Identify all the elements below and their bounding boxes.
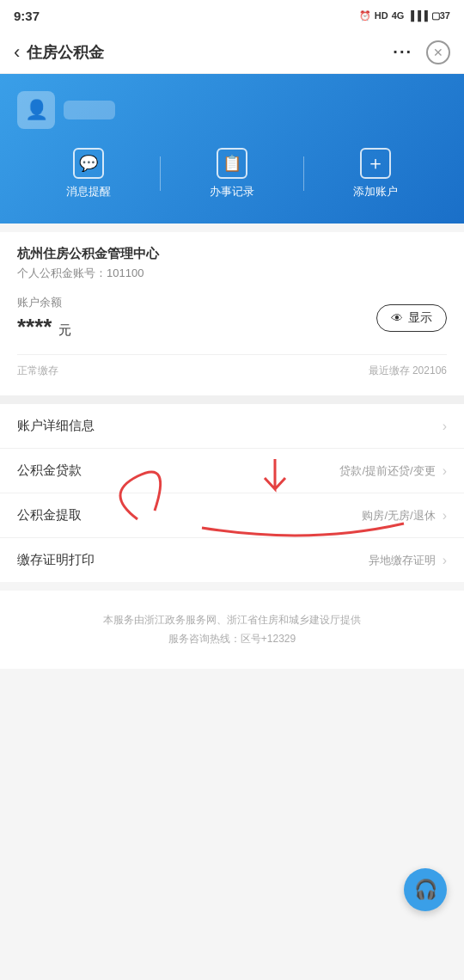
section-divider-1 [0, 395, 464, 404]
message-label: 消息提醒 [66, 184, 111, 199]
menu-item-loan[interactable]: 公积金贷款 贷款/提前还贷/变更 › [0, 449, 464, 493]
header-right: ··· ✕ [393, 40, 450, 64]
banner-action-records[interactable]: 📋 办事记录 [161, 148, 303, 199]
menu-right-withdrawal: 购房/无房/退休 › [362, 508, 447, 524]
message-icon: 💬 [73, 148, 104, 179]
menu-section: 账户详细信息 › 公积金贷款 贷款/提前还贷/变更 › 公积金提取 购房/无房/… [0, 404, 464, 582]
footer: 本服务由浙江政务服务网、浙江省住房和城乡建设厅提供 服务咨询热线：区号+1232… [0, 591, 464, 669]
account-recent: 最近缴存 202106 [369, 364, 447, 378]
page-title: 住房公积金 [27, 42, 104, 63]
signal-icon: ▐▐▐ [407, 10, 427, 21]
account-number: 个人公积金账号：101100 [17, 266, 447, 281]
back-button[interactable]: ‹ [14, 41, 20, 64]
chevron-icon-account-detail: › [443, 419, 447, 434]
banner-action-add-account[interactable]: ＋ 添加账户 [304, 148, 447, 199]
more-button[interactable]: ··· [393, 42, 412, 62]
blue-banner: 👤 💬 消息提醒 📋 办事记录 ＋ 添加账户 [0, 74, 464, 224]
account-number-value: 101100 [107, 266, 143, 279]
status-icons: ⏰ HD 4G ▐▐▐ ▢37 [359, 10, 450, 21]
footer-line1: 本服务由浙江政务服务网、浙江省住房和城乡建设厅提供 [17, 611, 447, 630]
status-time: 9:37 [14, 9, 40, 23]
records-icon: 📋 [217, 148, 247, 179]
menu-label-print: 缴存证明打印 [17, 552, 95, 568]
header: ‹ 住房公积金 ··· ✕ [0, 31, 464, 74]
eye-icon: 👁 [391, 311, 403, 325]
chevron-icon-print: › [443, 553, 447, 568]
account-number-label: 个人公积金账号： [17, 266, 107, 279]
account-balance-left: 账户余额 **** 元 [17, 295, 71, 340]
battery-icon: ▢37 [431, 10, 450, 21]
menu-right-loan: 贷款/提前还贷/变更 › [339, 463, 447, 479]
footer-text: 本服务由浙江政务服务网、浙江省住房和城乡建设厅提供 服务咨询热线：区号+1232… [17, 611, 447, 648]
menu-item-print[interactable]: 缴存证明打印 异地缴存证明 › [0, 538, 464, 582]
add-account-icon: ＋ [360, 148, 391, 179]
records-label: 办事记录 [210, 184, 254, 199]
close-icon: ✕ [433, 46, 443, 59]
menu-item-account-detail[interactable]: 账户详细信息 › [0, 404, 464, 449]
show-balance-button[interactable]: 👁 显示 [376, 304, 447, 332]
account-balance-row: 账户余额 **** 元 👁 显示 [17, 295, 447, 340]
print-right-text: 异地缴存证明 [369, 553, 436, 568]
menu-right-account-detail: › [443, 419, 447, 434]
customer-service-fab[interactable]: 🎧 [404, 868, 447, 911]
headset-icon: 🎧 [414, 879, 437, 901]
header-left: ‹ 住房公积金 [14, 41, 104, 64]
hd-badge: HD [375, 10, 388, 21]
balance-label: 账户余额 [17, 295, 71, 310]
menu-label-withdrawal: 公积金提取 [17, 507, 82, 524]
user-icon: 👤 [25, 99, 48, 121]
withdrawal-right-text: 购房/无房/退休 [362, 508, 435, 524]
balance-unit: 元 [58, 322, 71, 337]
alarm-icon: ⏰ [359, 10, 371, 21]
menu-right-print: 异地缴存证明 › [369, 553, 447, 568]
banner-action-message[interactable]: 💬 消息提醒 [17, 148, 160, 199]
account-org-name: 杭州住房公积金管理中心 [17, 246, 447, 262]
show-label: 显示 [408, 310, 432, 326]
account-footer: 正常缴存 最近缴存 202106 [17, 354, 447, 378]
menu-label-loan: 公积金贷款 [17, 462, 82, 479]
banner-name-placeholder [64, 101, 115, 119]
account-status: 正常缴存 [17, 364, 58, 378]
chevron-icon-withdrawal: › [443, 508, 447, 524]
status-bar: 9:37 ⏰ HD 4G ▐▐▐ ▢37 [0, 0, 464, 31]
balance-amount-row: **** 元 [17, 314, 71, 340]
loan-right-text: 贷款/提前还贷/变更 [339, 463, 435, 479]
menu-list: 账户详细信息 › 公积金贷款 贷款/提前还贷/变更 › 公积金提取 购房/无房/… [0, 404, 464, 582]
banner-actions: 💬 消息提醒 📋 办事记录 ＋ 添加账户 [17, 148, 447, 199]
close-button[interactable]: ✕ [426, 40, 450, 64]
chevron-icon-loan: › [443, 463, 447, 479]
footer-line2: 服务咨询热线：区号+12329 [17, 630, 447, 649]
menu-label-account-detail: 账户详细信息 [17, 418, 95, 434]
network-icon: 4G [392, 10, 405, 21]
add-account-label: 添加账户 [353, 184, 398, 199]
avatar: 👤 [17, 91, 55, 129]
balance-masked: **** [17, 314, 52, 340]
menu-item-withdrawal[interactable]: 公积金提取 购房/无房/退休 › [0, 493, 464, 538]
banner-top: 👤 [17, 91, 447, 129]
account-card: 杭州住房公积金管理中心 个人公积金账号：101100 账户余额 **** 元 👁… [0, 232, 464, 395]
